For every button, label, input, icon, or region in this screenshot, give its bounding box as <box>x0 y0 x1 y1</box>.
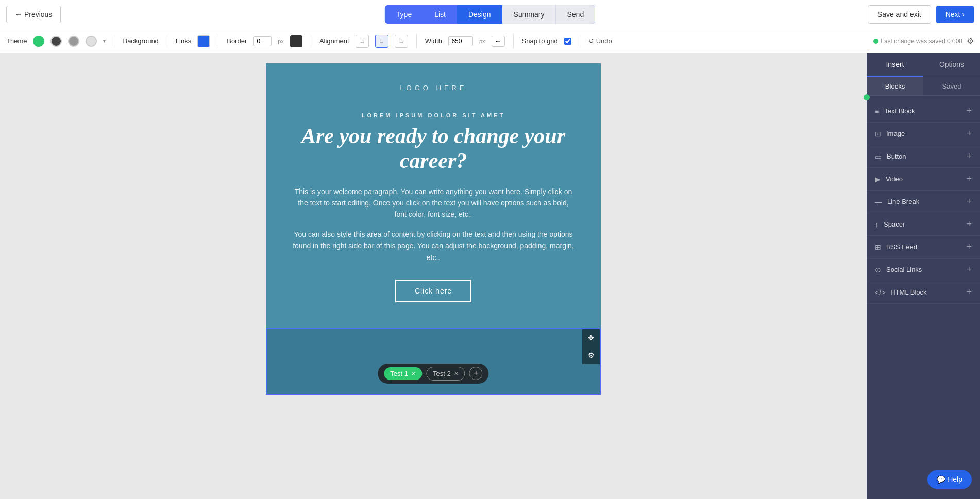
headline[interactable]: Are you ready to change your career? <box>292 124 575 174</box>
width-px-label: px <box>479 38 485 44</box>
text-block-icon: ≡ <box>875 107 879 115</box>
button-block-add-icon[interactable]: + <box>966 151 972 162</box>
body-paragraph-1[interactable]: This is your welcome paragraph. You can … <box>292 186 575 220</box>
undo-button[interactable]: ↺ Undo <box>588 37 612 45</box>
block-item-rss-left: ⊞ RSS Feed <box>875 243 917 251</box>
save-exit-button[interactable]: Save and exit <box>868 5 931 24</box>
image-block-icon: ⊡ <box>875 130 881 138</box>
email-block-hero[interactable]: LOGO HERE LOREM IPSUM DOLOR SIT AMET Are… <box>266 63 601 328</box>
block-item-video[interactable]: ▶ Video + <box>867 168 980 191</box>
spacer-block-add-icon[interactable]: + <box>966 219 972 230</box>
tag-x-2[interactable]: ✕ <box>454 370 459 377</box>
canvas-area[interactable]: LOGO HERE LOREM IPSUM DOLOR SIT AMET Are… <box>0 53 867 499</box>
tag-chip-label-2: Test 2 <box>433 370 451 377</box>
theme-color-gray[interactable] <box>68 36 79 47</box>
tab-blocks[interactable]: Blocks <box>867 77 923 95</box>
links-color-swatch[interactable] <box>197 35 210 47</box>
block-item-html-left: </> HTML Block <box>875 288 927 297</box>
border-input[interactable] <box>253 36 272 46</box>
tag-chip-test1[interactable]: Test 1 ✕ <box>384 367 422 380</box>
add-tag-button[interactable]: + <box>469 367 483 380</box>
saved-dot <box>873 39 878 44</box>
toolbar-right: Last change was saved 07:08 ⚙ <box>873 36 974 46</box>
text-block-add-icon[interactable]: + <box>966 106 972 116</box>
divider-6 <box>513 34 514 48</box>
blocks-saved-tabs: Blocks Saved <box>867 77 980 96</box>
panel-tabs: Insert Options <box>867 53 980 77</box>
tab-insert[interactable]: Insert <box>867 53 923 77</box>
block-item-social[interactable]: ⊙ Social Links + <box>867 259 980 281</box>
align-right-button[interactable]: ≡ <box>395 35 408 48</box>
block-item-button-left: ▭ Button <box>875 152 906 161</box>
divider-2 <box>167 34 167 48</box>
social-block-add-icon[interactable]: + <box>966 264 972 275</box>
align-center-button[interactable]: ≡ <box>375 35 388 48</box>
next-button[interactable]: Next › <box>936 6 974 23</box>
help-button[interactable]: 💬 Help <box>927 470 972 489</box>
tab-options[interactable]: Options <box>923 53 980 77</box>
main-layout: LOGO HERE LOREM IPSUM DOLOR SIT AMET Are… <box>0 53 980 499</box>
block-item-image-left: ⊡ Image <box>875 130 905 138</box>
button-block-label: Button <box>887 152 906 160</box>
block-settings-button[interactable]: ⚙ <box>582 347 600 364</box>
cta-button[interactable]: Click here <box>395 280 471 302</box>
social-block-icon: ⊙ <box>875 266 881 274</box>
linebreak-block-add-icon[interactable]: + <box>966 196 972 207</box>
tab-send[interactable]: Send <box>555 5 595 24</box>
tab-type[interactable]: Type <box>385 5 423 24</box>
body-paragraph-2[interactable]: You can also style this area of content … <box>292 229 575 263</box>
width-input[interactable] <box>448 36 473 46</box>
background-label: Background <box>123 37 158 45</box>
subtitle-text: LOREM IPSUM DOLOR SIT AMET <box>292 112 575 118</box>
block-item-image[interactable]: ⊡ Image + <box>867 123 980 145</box>
border-label: Border <box>227 37 247 45</box>
tag-x-1[interactable]: ✕ <box>411 370 416 377</box>
nav-tabs: Type List Design Summary Send <box>385 5 595 24</box>
undo-icon: ↺ <box>588 37 594 45</box>
theme-color-green[interactable] <box>33 36 44 47</box>
rss-block-add-icon[interactable]: + <box>966 242 972 252</box>
block-item-text[interactable]: ≡ Text Block + <box>867 100 980 123</box>
theme-color-light[interactable] <box>86 36 97 47</box>
theme-color-dark[interactable] <box>50 36 62 47</box>
snap-label: Snap to grid <box>522 37 558 45</box>
theme-label: Theme <box>6 37 27 45</box>
block-item-linebreak-left: — Line Break <box>875 198 919 206</box>
tab-saved[interactable]: Saved <box>923 77 980 95</box>
social-block-label: Social Links <box>886 266 922 273</box>
divider-4 <box>311 34 311 48</box>
html-block-icon: </> <box>875 288 885 297</box>
settings-icon[interactable]: ⚙ <box>967 36 974 46</box>
alignment-label: Alignment <box>319 37 349 45</box>
html-block-add-icon[interactable]: + <box>966 287 972 298</box>
theme-dropdown-arrow[interactable]: ▾ <box>103 38 106 44</box>
width-label: Width <box>425 37 442 45</box>
border-color-swatch[interactable] <box>290 35 302 47</box>
nav-right: Save and exit Next › <box>868 5 974 24</box>
align-left-button[interactable]: ≡ <box>356 35 369 48</box>
tab-design[interactable]: Design <box>457 5 502 24</box>
video-block-icon: ▶ <box>875 175 881 183</box>
block-item-rss[interactable]: ⊞ RSS Feed + <box>867 236 980 259</box>
divider-7 <box>580 34 580 48</box>
block-item-button[interactable]: ▭ Button + <box>867 145 980 168</box>
tab-list[interactable]: List <box>423 5 457 24</box>
width-expand-button[interactable]: ↔ <box>492 36 505 47</box>
linebreak-block-icon: — <box>875 198 882 206</box>
video-block-add-icon[interactable]: + <box>966 174 972 184</box>
image-block-add-icon[interactable]: + <box>966 128 972 139</box>
top-nav: ← Previous Type List Design Summary Send… <box>0 0 980 29</box>
block-item-spacer[interactable]: ↕ Spacer + <box>867 213 980 236</box>
email-block-2[interactable]: ✥ ⚙ Test 1 ✕ Test 2 ✕ + <box>266 328 601 395</box>
snap-checkbox[interactable] <box>564 38 571 45</box>
px-label: px <box>278 38 284 44</box>
tab-summary[interactable]: Summary <box>502 5 556 24</box>
block-move-button[interactable]: ✥ <box>582 329 600 347</box>
previous-button[interactable]: ← Previous <box>6 6 61 23</box>
block-item-html[interactable]: </> HTML Block + <box>867 281 980 304</box>
block-item-social-left: ⊙ Social Links <box>875 266 922 274</box>
tag-chip-test2[interactable]: Test 2 ✕ <box>426 367 465 381</box>
block-item-linebreak[interactable]: — Line Break + <box>867 191 980 213</box>
undo-label: Undo <box>596 37 612 45</box>
block-toolbar: ✥ ⚙ <box>582 329 600 364</box>
